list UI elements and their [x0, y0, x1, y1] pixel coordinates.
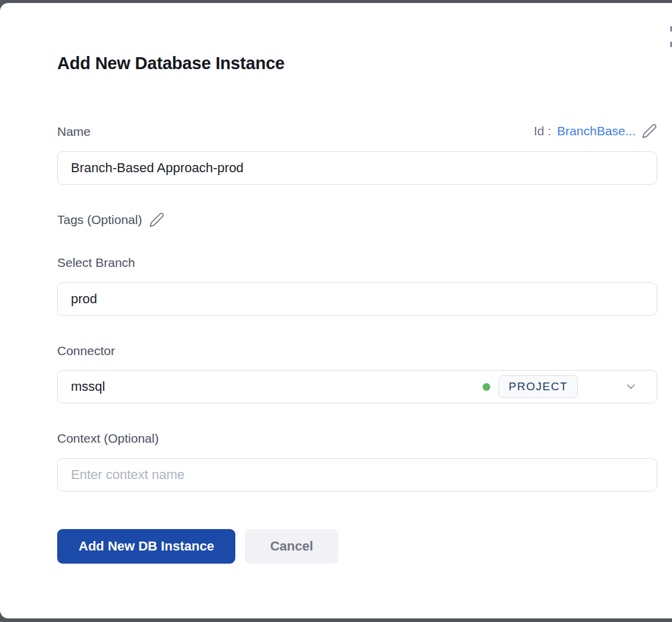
action-buttons-row: Add New DB Instance Cancel: [57, 529, 657, 564]
tags-label: Tags (Optional): [57, 213, 142, 227]
branch-label: Select Branch: [57, 256, 135, 269]
tags-edit-pencil-icon[interactable]: [149, 212, 164, 228]
context-input[interactable]: [57, 458, 657, 492]
branch-section: Select Branch: [57, 256, 657, 316]
context-section: Context (Optional): [57, 431, 657, 492]
branch-input[interactable]: [57, 282, 657, 316]
add-db-instance-button[interactable]: Add New DB Instance: [57, 529, 235, 564]
dialog-title: Add New Database Instance: [57, 54, 657, 73]
id-edit-pencil-icon[interactable]: [642, 123, 657, 139]
connector-section: Connector mssql PROJECT: [57, 344, 657, 403]
connector-label: Connector: [57, 344, 115, 357]
chevron-down-icon[interactable]: [624, 380, 637, 393]
connector-value: mssql: [71, 379, 483, 394]
cancel-button[interactable]: Cancel: [245, 529, 338, 564]
context-label: Context (Optional): [57, 431, 158, 445]
name-label: Name: [57, 125, 91, 139]
add-db-instance-modal: Add New Database Instance Name Id : Bran…: [0, 3, 672, 618]
green-status-dot-icon: [483, 383, 490, 391]
connector-select[interactable]: mssql PROJECT: [57, 370, 657, 403]
tags-label-row: Tags (Optional): [57, 212, 657, 228]
instance-id-wrap: Id : BranchBase...: [534, 123, 657, 139]
name-label-row: Name Id : BranchBase...: [57, 123, 657, 139]
modal-content: Add New Database Instance Name Id : Bran…: [0, 3, 657, 564]
instance-id-link[interactable]: BranchBase...: [557, 124, 636, 138]
instance-id-prefix: Id :: [534, 124, 551, 138]
name-input[interactable]: [57, 151, 657, 185]
project-scope-badge: PROJECT: [499, 375, 578, 398]
